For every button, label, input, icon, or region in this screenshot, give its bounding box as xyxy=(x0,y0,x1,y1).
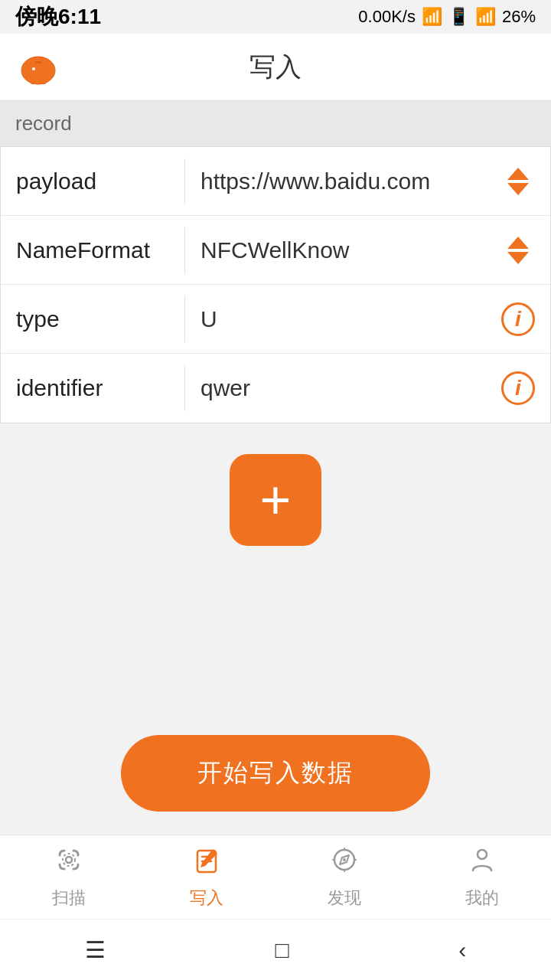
sys-nav-home[interactable]: □ xyxy=(252,929,311,971)
arrow-down-icon[interactable] xyxy=(507,252,529,264)
info-identifier[interactable]: i xyxy=(501,371,535,405)
arrow-down-icon[interactable] xyxy=(507,183,529,195)
record-row-payload: payload https://www.baidu.com xyxy=(1,147,550,216)
record-value-nameformat[interactable]: NFCWellKnow xyxy=(201,237,501,263)
info-icon-identifier[interactable]: i xyxy=(501,371,535,405)
svg-point-9 xyxy=(66,857,72,863)
sim-icon: 📱 xyxy=(448,7,469,27)
row-divider xyxy=(184,227,185,273)
svg-rect-8 xyxy=(35,61,41,64)
top-bar: 写入 xyxy=(0,34,551,101)
arrow-up-icon[interactable] xyxy=(507,168,529,180)
record-row-type: type U i xyxy=(1,285,550,354)
svg-point-3 xyxy=(32,67,35,70)
record-value-type[interactable]: U xyxy=(201,306,501,332)
wifi-icon: 📶 xyxy=(475,7,496,27)
status-network: 0.00K/s xyxy=(358,7,416,27)
section-label: record xyxy=(0,101,551,146)
write-button-label: 开始写入数据 xyxy=(197,759,354,786)
row-divider xyxy=(184,296,185,342)
info-type[interactable]: i xyxy=(501,302,535,336)
nav-label-discover: 发现 xyxy=(328,887,361,910)
info-icon-type[interactable]: i xyxy=(501,302,535,336)
bluetooth-icon: 📶 xyxy=(422,7,442,27)
record-key-identifier: identifier xyxy=(16,375,184,401)
bottom-nav: 扫描 写入 发现 xyxy=(0,835,551,919)
battery-text: 26% xyxy=(502,7,536,27)
write-button-container: 开始写入数据 xyxy=(0,720,551,835)
nav-item-scan[interactable]: 扫描 xyxy=(0,837,138,917)
add-record-button[interactable]: + xyxy=(230,454,321,546)
svg-point-14 xyxy=(478,850,487,859)
record-row-identifier: identifier qwer i xyxy=(1,354,550,423)
svg-point-10 xyxy=(63,854,75,866)
record-key-type: type xyxy=(16,306,184,332)
nav-label-mine: 我的 xyxy=(465,887,499,910)
spinner-payload[interactable] xyxy=(501,165,535,198)
nav-label-write: 写入 xyxy=(190,887,223,910)
discover-icon xyxy=(329,844,360,882)
record-value-identifier[interactable]: qwer xyxy=(201,375,501,401)
plus-icon: + xyxy=(260,473,292,527)
nav-item-mine[interactable]: 我的 xyxy=(413,837,551,917)
page-title: 写入 xyxy=(249,50,302,85)
row-divider xyxy=(184,158,185,204)
sys-nav-back[interactable]: ‹ xyxy=(435,929,489,971)
app-logo xyxy=(15,44,61,90)
write-data-button[interactable]: 开始写入数据 xyxy=(121,735,430,812)
add-button-container: + xyxy=(0,423,551,561)
nav-item-write[interactable]: 写入 xyxy=(138,837,276,917)
status-time: 傍晚6:11 xyxy=(15,2,101,31)
row-divider xyxy=(184,365,185,411)
write-icon xyxy=(191,844,222,882)
status-right: 0.00K/s 📶 📱 📶 26% xyxy=(358,7,536,27)
nav-item-discover[interactable]: 发现 xyxy=(276,837,413,917)
spinner-nameformat[interactable] xyxy=(501,234,535,267)
record-key-nameformat: NameFormat xyxy=(16,237,184,263)
sys-nav-menu[interactable]: ☰ xyxy=(62,929,129,971)
scan-icon xyxy=(54,844,84,882)
record-key-payload: payload xyxy=(16,168,184,194)
mine-icon xyxy=(467,844,497,882)
nav-label-scan: 扫描 xyxy=(52,887,86,910)
system-nav-bar: ☰ □ ‹ xyxy=(0,919,551,980)
status-bar: 傍晚6:11 0.00K/s 📶 📱 📶 26% xyxy=(0,0,551,34)
record-value-payload[interactable]: https://www.baidu.com xyxy=(201,168,501,194)
svg-point-13 xyxy=(343,858,346,861)
content-spacer xyxy=(0,561,551,720)
arrow-up-icon[interactable] xyxy=(507,237,529,249)
record-card: payload https://www.baidu.com NameFormat… xyxy=(0,146,551,423)
svg-rect-6 xyxy=(34,57,43,61)
record-row-nameformat: NameFormat NFCWellKnow xyxy=(1,216,550,285)
